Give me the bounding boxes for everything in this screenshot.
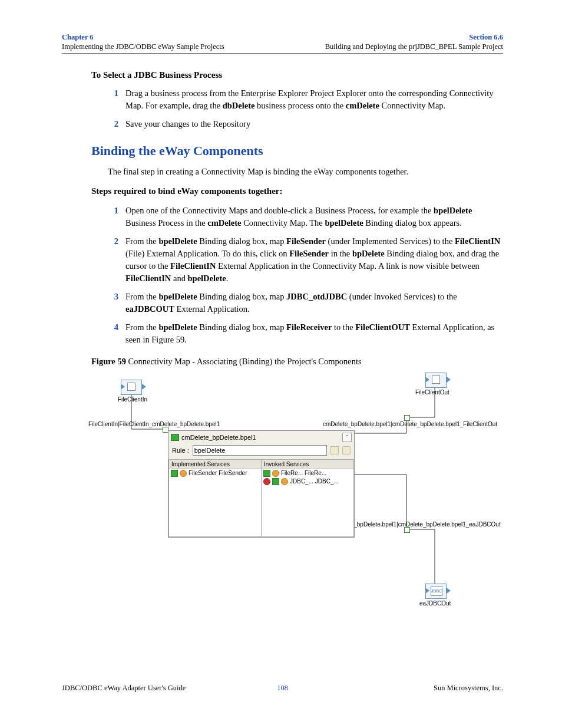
binding-dialog[interactable]: cmDelete_bpDelete.bpel1 ⌃ Rule : Impleme… (168, 430, 355, 538)
connector-node[interactable] (404, 527, 410, 533)
service-type-icon (171, 470, 178, 477)
connectivity-map-diagram: FileClientIn FileClientOut FileClientIn|… (88, 371, 513, 613)
steps-heading: Steps required to bind eWay components t… (91, 186, 503, 196)
page-header: Chapter 6 Implementing the JDBC/ODBC eWa… (62, 32, 503, 54)
file-client-out-icon[interactable] (425, 373, 447, 388)
list-number: 1 (107, 87, 118, 112)
list-number: 4 (107, 321, 118, 346)
footer-right: Sun Microsystems, Inc. (434, 684, 503, 693)
connector-node[interactable] (404, 415, 410, 421)
file-client-in-label: FileClientIn (118, 396, 147, 403)
file-client-in-icon[interactable] (121, 380, 142, 395)
implemented-services-panel: Implemented Services FileSender FileSend… (168, 459, 262, 537)
file-client-out-label: FileClientOut (415, 389, 449, 396)
ea-jdbc-out-label: eaJDBCOut (419, 600, 451, 607)
heading-binding-eway: Binding the eWay Components (91, 143, 503, 159)
section-subtitle: Building and Deploying the prjJDBC_BPEL … (325, 42, 503, 51)
invoked-services-header: Invoked Services (262, 460, 353, 469)
ea-jdbc-out-icon[interactable]: JDBC (425, 584, 447, 599)
list-item-body: From the bpelDelete Binding dialog box, … (125, 321, 503, 346)
list-item-body: Open one of the Connectivity Maps and do… (125, 205, 503, 229)
list-number: 3 (107, 291, 118, 315)
page-footer: JDBC/ODBC eWay Adapter User's Guide 108 … (62, 684, 503, 693)
footer-left: JDBC/ODBC eWay Adapter User's Guide (62, 684, 186, 693)
rule-icon-2[interactable] (342, 446, 351, 454)
jdbc-badge: JDBC (431, 587, 442, 596)
select-process-list: 1 Drag a business process from the Enter… (62, 87, 503, 130)
service-item-jdbc[interactable]: JDBC_... JDBC_... (262, 477, 353, 486)
list-number: 2 (107, 118, 118, 130)
service-link-icon (281, 478, 288, 485)
bp-icon (171, 434, 179, 441)
list-item-body: Drag a business process from the Enterpr… (125, 87, 503, 112)
connector-label-left: FileClientIn|FileClientIn_cmDelete_bpDel… (88, 421, 220, 427)
chapter-subtitle: Implementing the JDBC/ODBC eWay Sample P… (62, 42, 224, 51)
list-number: 2 (107, 235, 118, 285)
rule-icon-1[interactable] (330, 446, 339, 454)
binding-dialog-title: cmDelete_bpDelete.bpel1 (181, 434, 256, 441)
list-item-body: From the bpelDelete Binding dialog box, … (125, 291, 503, 315)
footer-page-number: 108 (277, 684, 288, 693)
figure-title: Connectivity Map - Associating (Binding)… (126, 357, 362, 366)
list-item-body: From the bpelDelete Binding dialog box, … (125, 235, 503, 285)
service-item-filesender[interactable]: FileSender FileSender (169, 469, 261, 477)
section-label: Section 6.6 (325, 32, 503, 42)
section-heading-select-process: To Select a JDBC Business Process (91, 70, 503, 80)
service-link-icon (272, 470, 279, 477)
invoked-services-panel: Invoked Services FileRe... FileRe... JDB… (262, 459, 354, 537)
rule-label: Rule : (172, 447, 189, 454)
connector-label-right-top: cmDelete_bpDelete.bpel1|cmDelete_bpDelet… (323, 421, 497, 427)
implemented-services-header: Implemented Services (169, 460, 261, 469)
service-link-icon (180, 470, 187, 477)
service-new-icon (263, 478, 270, 485)
intro-paragraph: The final step in creating a Connectivit… (108, 166, 503, 178)
collapse-icon[interactable]: ⌃ (342, 433, 352, 442)
bind-steps-list: 1 Open one of the Connectivity Maps and … (62, 205, 503, 346)
rule-input[interactable] (193, 445, 327, 456)
rule-row: Rule : (168, 444, 354, 459)
figure-caption: Figure 59 Connectivity Map - Associating… (91, 357, 503, 367)
chapter-label: Chapter 6 (62, 32, 224, 42)
binding-dialog-title-row: cmDelete_bpDelete.bpel1 ⌃ (168, 431, 354, 444)
service-type-icon (272, 478, 279, 485)
figure-number: Figure 59 (91, 357, 126, 366)
service-type-icon (263, 470, 270, 477)
service-item-filereceiver[interactable]: FileRe... FileRe... (262, 469, 353, 477)
list-item-body: Save your changes to the Repository (125, 118, 503, 130)
list-number: 1 (107, 205, 118, 229)
